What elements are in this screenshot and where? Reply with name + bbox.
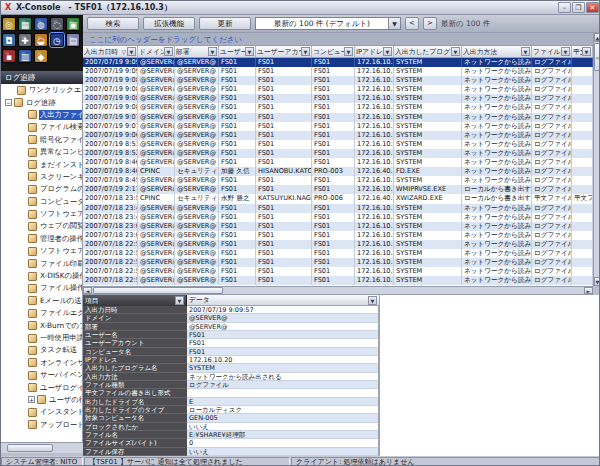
- camera-icon[interactable]: ◘: [2, 33, 16, 47]
- table-row[interactable]: 2007/07/19 2:17:02@SERVER@@SERVER@FS01FS…: [83, 185, 593, 194]
- filter-icon[interactable]: ▼: [127, 47, 136, 56]
- tree-item[interactable]: ファイルエクスポー: [1, 307, 82, 319]
- detail-row[interactable]: 対象コンピュータ名GEN-005: [83, 414, 379, 422]
- column-header[interactable]: ユーザーアカウント▼: [256, 46, 312, 57]
- restore-button[interactable]: ❐: [572, 2, 585, 13]
- collapse-icon[interactable]: −: [5, 99, 12, 106]
- search-button[interactable]: 検索: [87, 17, 139, 30]
- table-row[interactable]: 2007/07/19 8:52:19@SERVER@@SERVER@FS01FS…: [83, 149, 593, 158]
- scroll-down-icon[interactable]: ▼: [594, 277, 600, 286]
- tree-item[interactable]: インスタントメッセ: [1, 406, 82, 418]
- column-header[interactable]: IPアドレス▼: [355, 46, 394, 57]
- detail-item-column-header[interactable]: 項目 ▼: [83, 295, 187, 306]
- tree-item[interactable]: X-Burnでのファ: [1, 319, 82, 331]
- tree-item[interactable]: 管理者の操作記: [1, 233, 82, 245]
- tree-item[interactable]: アップロード失敗: [1, 419, 82, 431]
- image-icon[interactable]: ▦: [18, 17, 32, 31]
- table-row[interactable]: 2007/07/18 22:53:51@SERVER@@SERVER@FS01F…: [83, 267, 593, 276]
- table-row[interactable]: 2007/07/19 9:08:18@SERVER@@SERVER@FS01FS…: [83, 85, 593, 94]
- box-icon[interactable]: ▪: [2, 49, 16, 63]
- table-row[interactable]: 2007/07/19 9:07:14@SERVER@@SERVER@FS01FS…: [83, 122, 593, 131]
- table-row[interactable]: 2007/07/18 22:53:51@SERVER@@SERVER@FS01F…: [83, 276, 593, 285]
- filter-icon[interactable]: ▼: [383, 47, 392, 56]
- filter-icon[interactable]: ▼: [521, 47, 530, 56]
- scroll-left-icon[interactable]: ◄: [83, 287, 92, 294]
- monitor-icon[interactable]: ▣: [66, 17, 80, 31]
- tree-item[interactable]: Eメールの送信: [1, 295, 82, 307]
- tree-item[interactable]: サーバイベント: [1, 369, 82, 381]
- table-row[interactable]: 2007/07/19 8:53:07@SERVER@@SERVER@FS01FS…: [83, 140, 593, 149]
- next-page-button[interactable]: >: [423, 17, 437, 30]
- filter-icon[interactable]: ▼: [301, 47, 310, 56]
- tree-item[interactable]: ファイル操作: [1, 282, 82, 294]
- disc-icon[interactable]: ◎: [2, 17, 16, 31]
- column-header[interactable]: 平文フ▼: [572, 46, 593, 57]
- tree-item[interactable]: スクリーンキャプチ: [1, 171, 82, 183]
- detail-row[interactable]: 入出力日時2007/07/19 9:09:57: [83, 306, 379, 314]
- tree-scrollbar-thumb[interactable]: [7, 444, 53, 452]
- table-row[interactable]: 2007/07/18 22:58:33@SERVER@@SERVER@FS01F…: [83, 249, 593, 258]
- tree-item[interactable]: 暗号化ファイルの: [1, 134, 82, 146]
- tree-item[interactable]: まだインストールし: [1, 158, 82, 170]
- tree-item[interactable]: X-DISKの操作: [1, 270, 82, 282]
- filter-icon[interactable]: ▼: [368, 296, 377, 305]
- cd-icon[interactable]: ◌: [50, 17, 64, 31]
- column-header[interactable]: 入出力したプログラム名▼: [394, 46, 462, 57]
- table-row[interactable]: 2007/07/19 9:08:28@SERVER@@SERVER@FS01FS…: [83, 76, 593, 85]
- column-header[interactable]: 入出力日時▽▼: [83, 46, 138, 57]
- detail-row[interactable]: ユーザー名FS01: [83, 331, 379, 339]
- minimize-button[interactable]: –: [558, 2, 571, 13]
- grid-hscroll-thumb[interactable]: [93, 287, 223, 294]
- table-row[interactable]: 2007/07/19 9:08:07@SERVER@@SERVER@FS01FS…: [83, 94, 593, 103]
- scroll-right-icon[interactable]: ►: [584, 287, 593, 294]
- detail-row[interactable]: ファイルサイズ(バイト)0: [83, 439, 379, 447]
- column-header[interactable]: ユーザー名▼: [219, 46, 256, 57]
- detail-row[interactable]: 出力したドライブのタイプローカルディスク: [83, 406, 379, 414]
- table-row[interactable]: 2007/07/19 9:09:57@SERVER@@SERVER@FS01FS…: [83, 58, 593, 67]
- detail-row[interactable]: ファイル名E:¥SHARE¥経理部: [83, 431, 379, 439]
- filter-icon[interactable]: ▼: [164, 47, 173, 56]
- detail-row[interactable]: コンピュータ名FS01: [83, 348, 379, 356]
- detail-row[interactable]: IPアドレス172.16.10.20: [83, 356, 379, 364]
- chart-icon[interactable]: ▥: [18, 49, 32, 63]
- table-row[interactable]: 2007/07/18 23:41:47@SERVER@@SERVER@FS01F…: [83, 213, 593, 222]
- detail-row[interactable]: ブロックされたかいいえ: [83, 423, 379, 431]
- detail-row[interactable]: ファイル種類ログファイル: [83, 381, 379, 389]
- expand-icon[interactable]: +: [28, 396, 35, 403]
- column-header[interactable]: コンピュータ名▼: [312, 46, 355, 57]
- table-row[interactable]: 2007/07/18 23:03:31@SERVER@@SERVER@FS01F…: [83, 222, 593, 231]
- tree-item[interactable]: ファイル検索: [1, 121, 82, 133]
- filter-icon[interactable]: ▼: [451, 47, 460, 56]
- tree-item[interactable]: +ユーザの行動: [1, 394, 82, 406]
- globe-icon[interactable]: ◍: [34, 17, 48, 31]
- close-button[interactable]: ✕: [586, 2, 599, 13]
- table-row[interactable]: 2007/07/19 9:09:57@SERVER@@SERVER@FS01FS…: [83, 67, 593, 76]
- table-row[interactable]: 2007/07/19 9:06:26@SERVER@@SERVER@FS01FS…: [83, 131, 593, 140]
- tree-item[interactable]: ソフトウェア使用: [1, 245, 82, 257]
- tree-item[interactable]: 入出力ファイル: [1, 109, 82, 121]
- prev-page-button[interactable]: <: [405, 17, 419, 30]
- detail-row[interactable]: 入出力したプログラム名SYSTEM: [83, 364, 379, 372]
- tools-icon[interactable]: ✚: [18, 33, 32, 47]
- tree-item[interactable]: 異常なコンピュー: [1, 146, 82, 158]
- chevron-down-icon[interactable]: ▼: [388, 18, 400, 29]
- tree-item[interactable]: オンラインサービス: [1, 357, 82, 369]
- tree-item[interactable]: プログラムの実行: [1, 183, 82, 195]
- palette-icon[interactable]: ◒: [34, 33, 48, 47]
- table-row[interactable]: 2007/07/19 8:46:18CPINCセキュリティソリュー加藤 久信HI…: [83, 167, 593, 176]
- tree-item[interactable]: ワンクリックエクスポート: [1, 84, 82, 96]
- column-header[interactable]: ドメイン▼: [138, 46, 175, 57]
- column-header[interactable]: 部署▼: [175, 46, 219, 57]
- table-row[interactable]: 2007/07/18 23:43:29@SERVER@@SERVER@FS01F…: [83, 204, 593, 213]
- table-row[interactable]: 2007/07/19 8:46:32@SERVER@@SERVER@FS01FS…: [83, 158, 593, 167]
- detail-row[interactable]: 平文ファイルの書き出し形式: [83, 389, 379, 397]
- filter-icon[interactable]: ▼: [344, 47, 353, 56]
- detail-row[interactable]: 部署@SERVER@: [83, 323, 379, 331]
- grid-vertical-scrollbar[interactable]: ▲ ≡ ▼: [593, 33, 600, 286]
- tree-item[interactable]: ソフトウェアの変: [1, 208, 82, 220]
- table-row[interactable]: 2007/07/18 23:01:06@SERVER@@SERVER@FS01F…: [83, 231, 593, 240]
- filter-icon[interactable]: ▼: [208, 47, 217, 56]
- tree-item[interactable]: 一時使用申請の: [1, 332, 82, 344]
- filter-icon[interactable]: ▼: [582, 47, 591, 56]
- range-combobox[interactable]: 最新の 100 件 (デフォルト) ▼: [255, 17, 401, 30]
